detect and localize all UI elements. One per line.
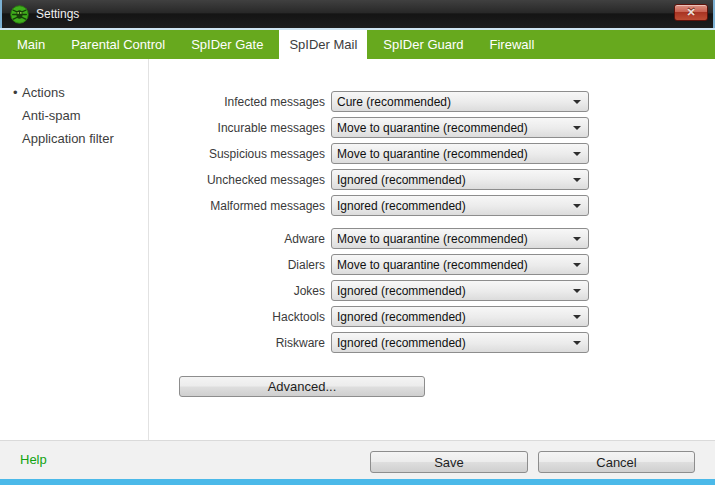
chevron-down-icon <box>573 237 581 241</box>
tab-spider-guard[interactable]: SpIDer Guard <box>373 30 473 59</box>
combobox-incurable-messages[interactable]: Move to quarantine (recommended) <box>331 117 589 138</box>
window-title: Settings <box>36 7 79 21</box>
drweb-spider-icon <box>10 5 29 24</box>
chevron-down-icon <box>573 100 581 104</box>
action-row: Unchecked messagesIgnored (recommended) <box>179 169 589 190</box>
chevron-down-icon <box>573 178 581 182</box>
selected-bullet: • <box>13 81 18 104</box>
action-row: Suspicious messagesMove to quarantine (r… <box>179 143 589 164</box>
actions-panel: Infected messagesCure (recommended)Incur… <box>149 59 589 440</box>
action-row: Incurable messagesMove to quarantine (re… <box>179 117 589 138</box>
actions-group-1: Infected messagesCure (recommended)Incur… <box>179 91 589 216</box>
sidebar-item-anti-spam[interactable]: Anti-spam <box>0 104 148 127</box>
combobox-infected-messages[interactable]: Cure (recommended) <box>331 91 589 112</box>
help-link[interactable]: Help <box>20 452 47 467</box>
bottom-accent-strip <box>0 479 715 485</box>
tab-firewall[interactable]: Firewall <box>480 30 545 59</box>
action-label: Adware <box>179 232 331 246</box>
action-row: RiskwareIgnored (recommended) <box>179 332 589 353</box>
actions-group-2: AdwareMove to quarantine (recommended)Di… <box>179 228 589 353</box>
save-button[interactable]: Save <box>370 451 528 473</box>
action-label: Riskware <box>179 336 331 350</box>
combobox-malformed-messages[interactable]: Ignored (recommended) <box>331 195 589 216</box>
combobox-riskware[interactable]: Ignored (recommended) <box>331 332 589 353</box>
action-row: Malformed messagesIgnored (recommended) <box>179 195 589 216</box>
action-label: Incurable messages <box>179 121 331 135</box>
action-row: AdwareMove to quarantine (recommended) <box>179 228 589 249</box>
combobox-value: Ignored (recommended) <box>337 336 466 350</box>
action-row: HacktoolsIgnored (recommended) <box>179 306 589 327</box>
chevron-down-icon <box>573 341 581 345</box>
chevron-down-icon <box>573 263 581 267</box>
advanced-button[interactable]: Advanced... <box>179 376 425 397</box>
sidebar: •ActionsAnti-spamApplication filter <box>0 59 149 440</box>
action-label: Hacktools <box>179 310 331 324</box>
chevron-down-icon <box>573 315 581 319</box>
combobox-value: Ignored (recommended) <box>337 284 466 298</box>
action-groups: Infected messagesCure (recommended)Incur… <box>179 91 589 353</box>
combobox-value: Move to quarantine (recommended) <box>337 121 528 135</box>
titlebar[interactable]: Settings ✕ <box>0 0 715 28</box>
combobox-value: Ignored (recommended) <box>337 310 466 324</box>
action-label: Unchecked messages <box>179 173 331 187</box>
action-row: DialersMove to quarantine (recommended) <box>179 254 589 275</box>
action-label: Jokes <box>179 284 331 298</box>
content-area: •ActionsAnti-spamApplication filter Infe… <box>0 59 715 440</box>
combobox-dialers[interactable]: Move to quarantine (recommended) <box>331 254 589 275</box>
cancel-button[interactable]: Cancel <box>538 451 695 473</box>
combobox-adware[interactable]: Move to quarantine (recommended) <box>331 228 589 249</box>
sidebar-item-label: Actions <box>22 85 65 100</box>
combobox-value: Cure (recommended) <box>337 95 451 109</box>
sidebar-item-application-filter[interactable]: Application filter <box>0 127 148 150</box>
chevron-down-icon <box>573 152 581 156</box>
sidebar-item-actions[interactable]: •Actions <box>0 81 148 104</box>
action-label: Malformed messages <box>179 199 331 213</box>
combobox-value: Move to quarantine (recommended) <box>337 232 528 246</box>
sidebar-item-label: Anti-spam <box>22 108 81 123</box>
close-button[interactable]: ✕ <box>674 4 708 21</box>
combobox-suspicious-messages[interactable]: Move to quarantine (recommended) <box>331 143 589 164</box>
tab-main[interactable]: Main <box>7 30 55 59</box>
action-label: Infected messages <box>179 95 331 109</box>
action-row: JokesIgnored (recommended) <box>179 280 589 301</box>
combobox-jokes[interactable]: Ignored (recommended) <box>331 280 589 301</box>
combobox-value: Move to quarantine (recommended) <box>337 258 528 272</box>
combobox-value: Ignored (recommended) <box>337 199 466 213</box>
settings-tabbar: MainParental ControlSpIDer GateSpIDer Ma… <box>0 30 715 59</box>
tab-spider-mail[interactable]: SpIDer Mail <box>279 30 367 59</box>
action-label: Dialers <box>179 258 331 272</box>
action-row: Infected messagesCure (recommended) <box>179 91 589 112</box>
chevron-down-icon <box>573 204 581 208</box>
action-label: Suspicious messages <box>179 147 331 161</box>
tab-spider-gate[interactable]: SpIDer Gate <box>181 30 273 59</box>
combobox-value: Move to quarantine (recommended) <box>337 147 528 161</box>
sidebar-item-label: Application filter <box>22 131 114 146</box>
footer: Help Save Cancel <box>0 440 715 479</box>
combobox-hacktools[interactable]: Ignored (recommended) <box>331 306 589 327</box>
combobox-value: Ignored (recommended) <box>337 173 466 187</box>
tab-parental-control[interactable]: Parental Control <box>61 30 175 59</box>
chevron-down-icon <box>573 289 581 293</box>
settings-window: Settings ✕ MainParental ControlSpIDer Ga… <box>0 0 715 486</box>
chevron-down-icon <box>573 126 581 130</box>
close-icon: ✕ <box>675 5 707 20</box>
combobox-unchecked-messages[interactable]: Ignored (recommended) <box>331 169 589 190</box>
